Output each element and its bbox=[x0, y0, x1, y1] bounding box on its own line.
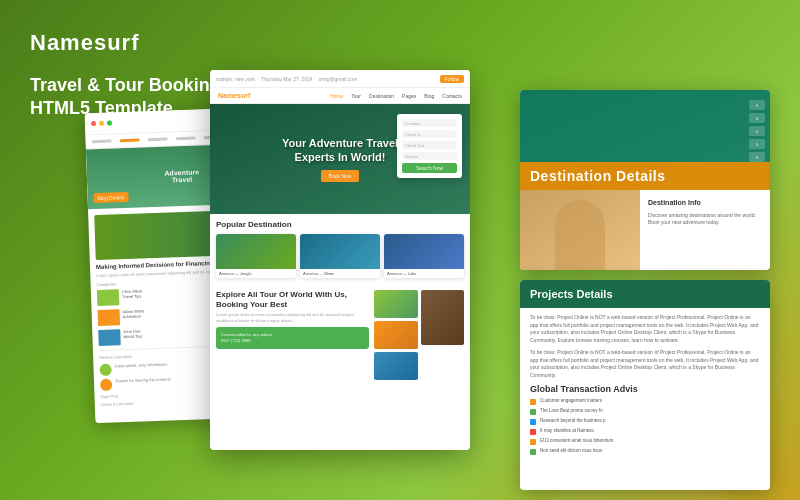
main-navbar: Namesurf Home Tour Destination Pages Blo… bbox=[210, 88, 470, 104]
nav-link-destination[interactable]: Destination bbox=[369, 93, 394, 99]
global-title: Global Transaction Advis bbox=[530, 384, 760, 394]
sidebar-thumb bbox=[98, 310, 121, 327]
destination-description: Discover amazing destinations around the… bbox=[648, 212, 762, 227]
follow-button[interactable]: Follow bbox=[440, 75, 464, 83]
nav-link-tour[interactable]: Tour bbox=[351, 93, 361, 99]
search-form: Location Check In Check Out Guests Searc… bbox=[397, 114, 462, 178]
comment-avatar bbox=[100, 378, 112, 390]
popular-card-2: America — Water bbox=[300, 234, 380, 278]
navbar-links: Home Tour Destination Pages Blog Contact… bbox=[330, 93, 462, 99]
dest-arrow-3[interactable]: › bbox=[749, 126, 765, 136]
popular-card-label-2: America — Water bbox=[300, 269, 380, 278]
destination-text: Destination Info Discover amazing destin… bbox=[640, 190, 770, 270]
topbar-location: rooklyn, new york bbox=[216, 76, 255, 82]
mockup-wrapper: AdventureTravel Blog Details Making Info… bbox=[90, 70, 770, 490]
explore-photo-3 bbox=[374, 352, 418, 380]
topbar-right: Follow bbox=[440, 75, 464, 83]
search-checkin-field[interactable]: Check In bbox=[402, 130, 457, 138]
popular-section-title: Popular Destination bbox=[216, 220, 464, 229]
tagline-line2: HTML5 Template bbox=[30, 98, 173, 118]
popular-card-label-3: America — Lake bbox=[384, 269, 464, 278]
nav-link-blog[interactable]: Blog bbox=[424, 93, 434, 99]
search-guests-field[interactable]: Guests bbox=[402, 152, 457, 160]
destination-title-bar: Destination Details bbox=[520, 162, 770, 190]
explore-section: Explore All Tour Of World With Us, Booki… bbox=[210, 290, 470, 386]
projects-header: Projects Details bbox=[520, 280, 770, 308]
global-item-3: Research beyond the business p bbox=[530, 418, 760, 425]
hero-line2: Experts In World! bbox=[295, 151, 386, 163]
global-item-text-2: The Love Beat promo survey fo bbox=[540, 408, 603, 414]
explore-content: Explore All Tour Of World With Us, Booki… bbox=[216, 290, 464, 380]
global-item-6: Non seed elit dictum risus risus bbox=[530, 448, 760, 455]
brand-name: Namesurf bbox=[30, 30, 221, 56]
tagline-line1: Travel & Tour Booking bbox=[30, 75, 221, 95]
brand-tagline: Travel & Tour Booking HTML5 Template bbox=[30, 74, 221, 121]
topbar-left: rooklyn, new york Thursday Mar 27, 2024 … bbox=[216, 76, 357, 82]
bullet-green bbox=[530, 409, 536, 415]
contact-phone: 0967 (723) 8888 bbox=[221, 338, 364, 344]
global-item-1: Customer engagement matters bbox=[530, 398, 760, 405]
nav-link-pages[interactable]: Pages bbox=[402, 93, 416, 99]
contact-box: Contact within for any advice 0967 (723)… bbox=[216, 327, 369, 349]
global-item-5: EU3 consistent amet risus bibendum bbox=[530, 438, 760, 445]
global-item-4: It may sfamilies at Namesu bbox=[530, 428, 760, 435]
popular-card-image-2 bbox=[300, 234, 380, 269]
global-item-2: The Love Beat promo survey fo bbox=[530, 408, 760, 415]
explore-photo-4 bbox=[421, 290, 465, 345]
bullet-green-2 bbox=[530, 449, 536, 455]
nav-item bbox=[92, 139, 112, 143]
topbar-date: Thursday Mar 27, 2024 bbox=[261, 76, 313, 82]
brand-section: Namesurf Travel & Tour Booking HTML5 Tem… bbox=[30, 30, 221, 121]
bullet-orange-2 bbox=[530, 439, 536, 445]
destination-arrows: › › › › › bbox=[749, 100, 765, 162]
global-item-text-4: It may sfamilies at Namesu bbox=[540, 428, 594, 434]
explore-title: Explore All Tour Of World With Us, Booki… bbox=[216, 290, 369, 309]
explore-description: Lorem ipsum dolor sit amet consectetur a… bbox=[216, 312, 369, 323]
destination-hero: › › › › › Destination Details bbox=[520, 90, 770, 190]
hero-line1: Your Adventure Travel bbox=[282, 137, 398, 149]
explore-photo-1 bbox=[374, 290, 418, 318]
dest-arrow-1[interactable]: › bbox=[749, 100, 765, 110]
popular-card-3: America — Lake bbox=[384, 234, 464, 278]
explore-photo-2 bbox=[374, 321, 418, 349]
destination-photo-area bbox=[520, 190, 640, 270]
nav-link-contacts[interactable]: Contacts bbox=[442, 93, 462, 99]
dest-arrow-2[interactable]: › bbox=[749, 113, 765, 123]
nav-link-home[interactable]: Home bbox=[330, 93, 343, 99]
nav-item bbox=[148, 138, 168, 142]
browser-dot-red bbox=[91, 121, 96, 126]
sidebar-thumb bbox=[98, 329, 121, 346]
destination-content: Destination Info Discover amazing destin… bbox=[520, 190, 770, 270]
projects-title: Projects Details bbox=[530, 288, 760, 300]
blog-details-badge: Blog Details bbox=[93, 192, 128, 203]
dest-arrow-4[interactable]: › bbox=[749, 139, 765, 149]
sidebar-text: Adam WhiteAdventure bbox=[123, 309, 145, 320]
browser-dot-yellow bbox=[99, 121, 104, 126]
main-topbar: rooklyn, new york Thursday Mar 27, 2024 … bbox=[210, 70, 470, 88]
search-location-field[interactable]: Location bbox=[402, 119, 457, 127]
global-item-text-1: Customer engagement matters bbox=[540, 398, 602, 404]
search-submit-button[interactable]: Search Now bbox=[402, 163, 457, 173]
mockup-main: rooklyn, new york Thursday Mar 27, 2024 … bbox=[210, 70, 470, 450]
projects-body: To be clear: Project Online is NOT a web… bbox=[520, 308, 770, 464]
main-hero: Your Adventure Travel Experts In World! … bbox=[210, 104, 470, 214]
mockup-destination-details: › › › › › Destination Details Destinatio… bbox=[520, 90, 770, 270]
destination-title: Destination Details bbox=[530, 168, 666, 184]
global-item-text-3: Research beyond the business p bbox=[540, 418, 606, 424]
blog-hero-text: AdventureTravel bbox=[160, 164, 203, 187]
nav-item bbox=[176, 137, 196, 141]
projects-para-2: To be clear: Project Online is NOT a web… bbox=[530, 349, 760, 379]
sidebar-thumb bbox=[97, 290, 120, 307]
popular-card-image-1 bbox=[216, 234, 296, 269]
popular-destination-section: Popular Destination America — Jungle Ame… bbox=[210, 214, 470, 290]
search-checkout-field[interactable]: Check Out bbox=[402, 141, 457, 149]
navbar-logo: Namesurf bbox=[218, 92, 250, 99]
comment-avatar bbox=[99, 363, 111, 375]
sidebar-text: Chris MilanTravel Tips bbox=[122, 289, 142, 300]
hero-book-button[interactable]: Book Now bbox=[321, 170, 360, 182]
comment-text: Thanks for sharing this content! bbox=[115, 376, 171, 390]
dest-arrow-5[interactable]: › bbox=[749, 152, 765, 162]
popular-card-image-3 bbox=[384, 234, 464, 269]
popular-card-1: America — Jungle bbox=[216, 234, 296, 278]
global-item-text-5: EU3 consistent amet risus bibendum bbox=[540, 438, 613, 444]
